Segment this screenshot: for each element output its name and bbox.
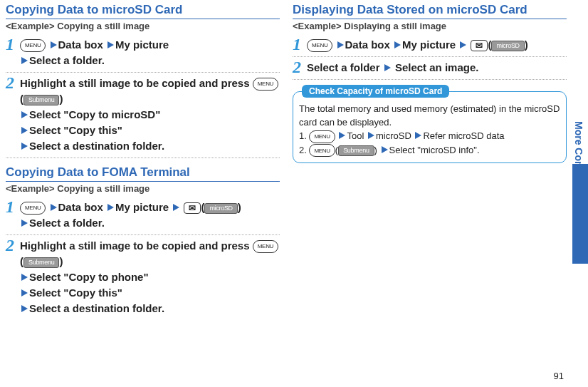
info-step-2: 2. MENU(Submenu) Select "microSD info". [299, 143, 560, 158]
chevron-right-icon [21, 127, 28, 134]
section-title-copy-to-foma: Copying Data to FOMA Terminal [6, 165, 280, 182]
step-1: 1 MENU Data box My picture (microSD) [293, 34, 567, 57]
info-tab: Check Capacity of microSD Card [302, 85, 449, 98]
step-cont: Select "Copy to phone" [6, 269, 280, 285]
menu-icon: MENU [309, 130, 335, 143]
step-number: 1 [6, 200, 17, 214]
chevron-right-icon [415, 132, 421, 139]
step-2: 2 Highlight a still image to be copied a… [6, 235, 280, 320]
step-number: 1 [6, 37, 17, 51]
text: My picture [115, 38, 169, 51]
step-cont: Select a folder. [6, 215, 280, 231]
chevron-right-icon [21, 289, 28, 296]
side-tab [572, 164, 588, 264]
info-step-1: 1. MENU Tool microSD Refer microSD data [299, 129, 560, 143]
step-number: 2 [6, 76, 17, 90]
chevron-right-icon [339, 132, 345, 139]
text: Highlight a still image to be copied and… [20, 239, 250, 252]
submenu-icon: Submenu [338, 145, 374, 156]
chevron-right-icon [21, 305, 28, 312]
text: Select a destination folder. [29, 140, 164, 152]
chevron-right-icon [21, 220, 28, 227]
example-label: <Example> Copying a still image [6, 183, 280, 194]
step-body: Highlight a still image to be copied and… [20, 76, 280, 107]
step-cont: Select "Copy this" [6, 285, 280, 301]
chevron-right-icon [21, 111, 28, 118]
microsd-icon: microSD [491, 41, 524, 51]
text: Refer microSD data [423, 130, 504, 141]
example-label: <Example> Displaying a still image [293, 21, 567, 31]
right-column: Displaying Data Stored on microSD Card <… [293, 3, 567, 320]
chevron-right-icon [21, 143, 28, 150]
step-cont: Select a folder. [6, 53, 280, 68]
menu-icon: MENU [253, 78, 278, 91]
step-number: 2 [6, 238, 17, 252]
step-cont: Select a destination folder. [6, 301, 280, 316]
text: Select "Copy to microSD" [29, 108, 160, 120]
menu-icon: MENU [309, 144, 335, 157]
example-label: <Example> Copying a still image [6, 21, 280, 31]
text: Select an image. [395, 61, 479, 73]
text: Highlight a still image to be copied and… [20, 77, 250, 89]
mail-icon [471, 40, 488, 51]
text: Select "microSD info". [389, 145, 480, 155]
step-number: 2 [293, 60, 304, 74]
chevron-right-icon [173, 204, 179, 211]
submenu-icon: Submenu [23, 95, 59, 105]
menu-icon: MENU [307, 39, 332, 52]
step-cont: Select "Copy this" [6, 123, 280, 138]
chevron-right-icon [384, 64, 391, 71]
step-number: 1 [293, 37, 304, 51]
text: The total memory and used memory (estima… [299, 102, 560, 129]
text: Data box [58, 38, 103, 51]
menu-icon: MENU [253, 240, 278, 253]
chevron-right-icon [460, 41, 466, 48]
chevron-right-icon [107, 204, 114, 211]
left-column: Copying Data to microSD Card <Example> C… [6, 3, 280, 320]
text: Select a destination folder. [29, 302, 164, 314]
text: Select "Copy this" [29, 287, 122, 299]
microsd-icon: microSD [204, 203, 237, 214]
text: Select "Copy to phone" [29, 271, 149, 283]
step-2: 2 Select a folder Select an image. [293, 57, 567, 80]
text: Select a folder [307, 61, 380, 73]
text: My picture [115, 201, 169, 213]
step-cont: Select "Copy to microSD" [6, 107, 280, 123]
text: Tool [347, 130, 364, 141]
chevron-right-icon [394, 41, 401, 48]
info-box-check-capacity: Check Capacity of microSD Card The total… [293, 91, 567, 163]
step-2: 2 Highlight a still image to be copied a… [6, 73, 280, 158]
menu-icon: MENU [20, 39, 46, 52]
chevron-right-icon [382, 146, 388, 153]
step-1: 1 MENU Data box My picture (microSD) Sel… [6, 197, 280, 235]
step-body: MENU Data box My picture [20, 37, 280, 53]
page-number: 91 [554, 371, 564, 381]
info-body: The total memory and used memory (estima… [299, 102, 560, 157]
chevron-right-icon [368, 132, 374, 139]
text: microSD [376, 130, 411, 141]
chevron-right-icon [107, 41, 114, 48]
section-title-copy-to-microsd: Copying Data to microSD Card [6, 3, 280, 19]
section-title-display-microsd: Displaying Data Stored on microSD Card [293, 3, 567, 19]
mail-icon [184, 202, 201, 214]
step-body: Select a folder Select an image. [307, 60, 567, 76]
step-body: MENU Data box My picture (microSD) [20, 200, 280, 215]
text: Select a folder. [29, 217, 105, 229]
step-cont: Select a destination folder. [6, 138, 280, 154]
step-body: MENU Data box My picture (microSD) [307, 37, 567, 53]
chevron-right-icon [51, 41, 57, 48]
text: My picture [402, 38, 456, 51]
chevron-right-icon [21, 57, 28, 64]
text: Select a folder. [29, 54, 105, 66]
chevron-right-icon [21, 274, 28, 281]
text: Select "Copy this" [29, 124, 122, 136]
submenu-icon: Submenu [23, 257, 59, 268]
chevron-right-icon [51, 204, 57, 211]
menu-icon: MENU [20, 202, 46, 215]
chevron-right-icon [337, 41, 344, 48]
step-body: Highlight a still image to be copied and… [20, 238, 280, 269]
text: Data box [345, 38, 390, 51]
text: Data box [58, 201, 103, 213]
step-1: 1 MENU Data box My picture Select a fold… [6, 34, 280, 73]
